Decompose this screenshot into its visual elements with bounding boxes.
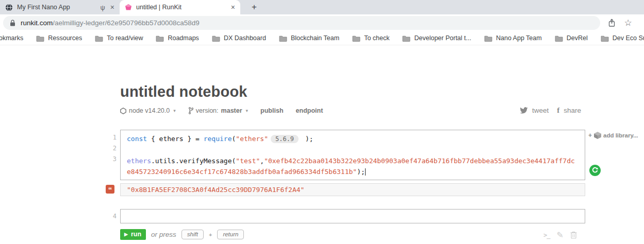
bookmark-item[interactable]: To read/view — [95, 34, 143, 42]
folder-icon — [279, 35, 287, 42]
bookmark-label: To read/view — [107, 34, 143, 42]
plus-separator: + — [209, 232, 212, 238]
output-value: "0x8B1FA5EF2708C3A0f4Ad25cc39DD7976A1F6f… — [127, 186, 304, 194]
bookmark-label: DX Dashboard — [224, 34, 266, 42]
code-segment-plain: .utils.verifyMessage( — [151, 157, 236, 165]
code-line-2 — [127, 145, 579, 155]
url-text: runkit.com/aelmilligy-ledger/62e950796bb… — [21, 19, 200, 27]
trash-icon[interactable] — [570, 231, 577, 239]
browser-window: My First Nano App ψ × untitled | RunKit … — [0, 0, 644, 244]
folder-icon — [555, 35, 563, 42]
bookmark-item[interactable]: DevRel — [555, 34, 588, 42]
code-line-1: const { ethers } = require("ethers"5.6.9… — [127, 133, 579, 145]
version-value: master — [221, 107, 242, 114]
url-domain: runkit.com — [21, 19, 53, 27]
social-links: tweet f share — [520, 106, 585, 115]
tab-strip: My First Nano App ψ × untitled | RunKit … — [0, 0, 644, 14]
usb-device-icon: ψ — [101, 4, 105, 11]
bookmark-item[interactable]: Dev Eco Support — [601, 34, 644, 42]
folder-icon — [402, 35, 410, 42]
bookmark-label: Nano App Team — [496, 34, 542, 42]
version-dropdown[interactable]: version: master ▾ — [188, 107, 248, 114]
run-controls: ▶ run or press shift + return — [120, 229, 244, 240]
publish-button[interactable]: publish — [260, 107, 283, 114]
bookmark-label: Ressources — [48, 34, 82, 42]
bookmark-item[interactable]: Roadmaps — [156, 34, 199, 42]
add-library-button[interactable]: + add library... — [588, 131, 638, 140]
bookmark-label: Blockchain Team — [291, 34, 339, 42]
pencil-icon[interactable]: ✎ — [556, 230, 563, 240]
folder-icon — [352, 35, 360, 42]
code-segment-keyword: const — [127, 135, 147, 143]
bookmark-item[interactable]: Ressources — [36, 34, 82, 42]
run-button[interactable]: ▶ run — [120, 229, 146, 240]
bookmark-label: Roadmaps — [168, 34, 199, 42]
refresh-icon — [591, 167, 599, 174]
folder-icon — [484, 35, 492, 42]
bookmark-label: To check — [364, 34, 389, 42]
or-press-label: or press — [151, 231, 176, 238]
endpoint-button[interactable]: endpoint — [296, 107, 323, 114]
add-library-label: add library... — [603, 132, 638, 138]
line-number: 4 — [101, 213, 117, 220]
folder-icon — [601, 35, 609, 42]
run-label: run — [131, 231, 141, 238]
chevron-down-icon: ▾ — [246, 108, 249, 113]
terminal-icon[interactable]: >_ — [543, 232, 550, 239]
bookmark-label: okmarks — [0, 34, 23, 42]
git-branch-icon — [188, 107, 193, 114]
code-segment-plain: ); — [301, 135, 313, 143]
code-line-3: ethers.utils.verifyMessage("test","0xefb… — [127, 155, 579, 177]
tab-my-first-nano-app[interactable]: My First Nano App ψ × — [0, 0, 120, 14]
code-segment-cursor — [365, 168, 366, 176]
url-path: /aelmilligy-ledger/62e950796bb57d0008ca5… — [53, 19, 199, 27]
bookmark-label: DevRel — [567, 34, 588, 42]
node-version-label: node v14.20.0 — [129, 107, 170, 114]
folder-icon — [36, 35, 44, 42]
address-bar[interactable]: runkit.com/aelmilligy-ledger/62e950796bb… — [3, 16, 600, 30]
browser-toolbar: runkit.com/aelmilligy-ledger/62e950796bb… — [0, 14, 644, 31]
folder-icon — [212, 35, 220, 42]
bookmark-item[interactable]: okmarks — [0, 34, 23, 42]
bookmarks-bar: okmarksRessourcesTo read/viewRoadmapsDX … — [0, 31, 644, 45]
folder-icon — [95, 35, 103, 42]
version-label: version: — [196, 107, 219, 114]
line-number: 1 — [101, 134, 117, 141]
node-hexagon-icon — [120, 108, 126, 114]
facebook-icon[interactable]: f — [557, 106, 559, 115]
code-segment-keyword: require — [204, 135, 232, 143]
line-number: 2 — [101, 145, 117, 152]
share-page-icon[interactable] — [606, 18, 617, 28]
return-keycap: return — [217, 230, 244, 239]
shift-keycap: shift — [181, 230, 204, 239]
close-tab-icon[interactable]: × — [110, 4, 114, 11]
close-tab-icon[interactable]: × — [231, 4, 235, 11]
bookmark-item[interactable]: To check — [352, 34, 389, 42]
tab-title: My First Nano App — [17, 4, 101, 11]
bookmark-item[interactable]: Nano App Team — [484, 34, 542, 42]
code-editor-cell[interactable]: const { ethers } = require("ethers"5.6.9… — [120, 130, 585, 180]
cell-action-icons: >_ ✎ — [543, 230, 577, 240]
empty-code-cell[interactable] — [120, 209, 585, 223]
code-segment-plain: , — [260, 157, 264, 165]
lock-icon — [10, 20, 15, 26]
code-segment-plain: ); — [357, 168, 365, 176]
bookmark-item[interactable]: Blockchain Team — [279, 34, 339, 42]
plus-icon: + — [588, 132, 592, 139]
twitter-icon[interactable] — [520, 107, 528, 114]
output-row: "0x8B1FA5EF2708C3A0f4Ad25cc39DD7976A1F6f… — [120, 183, 585, 196]
share-link[interactable]: share — [564, 107, 581, 114]
tweet-link[interactable]: tweet — [532, 107, 549, 114]
code-segment-pill: 5.6.9 — [271, 135, 299, 143]
new-tab-button[interactable]: + — [249, 2, 260, 13]
globe-icon — [5, 4, 13, 11]
notebook-title[interactable]: untitled notebook — [120, 83, 247, 100]
line-number: 3 — [101, 155, 117, 163]
bookmark-star-icon[interactable]: ☆ — [623, 18, 633, 28]
node-version-dropdown[interactable]: node v14.20.0 ▾ — [120, 107, 176, 114]
play-icon: ▶ — [124, 232, 128, 237]
bookmark-item[interactable]: Developer Portal t... — [402, 34, 471, 42]
tab-runkit[interactable]: untitled | RunKit × — [120, 0, 240, 14]
refresh-button[interactable] — [589, 165, 601, 176]
bookmark-item[interactable]: DX Dashboard — [212, 34, 266, 42]
